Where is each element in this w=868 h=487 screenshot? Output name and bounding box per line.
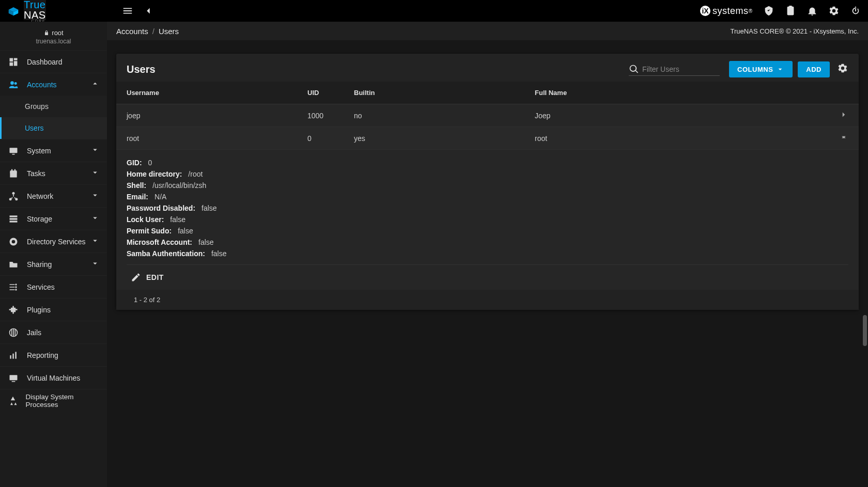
chevron-down-icon (90, 191, 100, 201)
chevron-down-icon (776, 65, 784, 73)
clipboard-icon[interactable] (784, 5, 797, 17)
chevron-down-icon (90, 168, 100, 179)
sidebar-item-storage[interactable]: Storage (0, 207, 107, 230)
sidebar-username: root (52, 29, 63, 37)
col-fullname[interactable]: Full Name (535, 89, 817, 97)
back-icon[interactable] (142, 5, 154, 17)
chevron-down-icon (90, 213, 100, 224)
sidebar-item-virtual-machines[interactable]: Virtual Machines (0, 366, 107, 389)
svg-rect-30 (10, 375, 18, 380)
vm-icon (7, 373, 20, 383)
svg-rect-6 (789, 6, 792, 8)
sidebar-sub-groups[interactable]: Groups (0, 96, 107, 117)
detail-value: false (202, 204, 217, 212)
columns-button[interactable]: Columns (729, 61, 793, 77)
network-icon (7, 191, 20, 201)
directory-icon (7, 237, 20, 247)
svg-rect-20 (10, 221, 18, 222)
search-wrap[interactable] (629, 63, 720, 76)
table-row[interactable]: joep 1000 no Joep (116, 104, 859, 127)
sidebar-item-label: Reporting (27, 351, 58, 359)
settings-icon[interactable] (828, 5, 840, 17)
menu-toggle-icon[interactable] (121, 5, 134, 17)
detail-label: Shell: (127, 181, 146, 190)
table-settings-button[interactable] (837, 62, 848, 76)
ixsystems-logo[interactable]: iX systems ® (699, 5, 752, 17)
sidebar-sub-users[interactable]: Users (0, 117, 107, 139)
notifications-icon[interactable] (806, 5, 818, 17)
col-builtin[interactable]: Builtin (354, 89, 535, 97)
detail-label: Home directory: (127, 170, 182, 178)
chevron-up-icon (90, 79, 100, 90)
detail-value: /root (188, 170, 203, 178)
edit-button[interactable]: EDIT (127, 264, 848, 290)
search-input[interactable] (642, 63, 720, 75)
detail-value: false (178, 227, 193, 235)
accounts-icon (7, 80, 20, 90)
cell-uid: 0 (307, 134, 354, 143)
sidebar-item-label: Network (27, 192, 53, 200)
sidebar-item-label: Sharing (27, 260, 52, 269)
services-icon (7, 282, 20, 292)
sidebar-item-network[interactable]: Network (0, 184, 107, 207)
detail-label: Lock User: (127, 215, 164, 224)
brand-true: True (24, 0, 46, 10)
sidebar-item-label: System (27, 147, 51, 155)
users-card: Users Columns Add (116, 54, 859, 310)
add-button[interactable]: Add (798, 61, 830, 77)
sidebar-item-reporting[interactable]: Reporting (0, 343, 107, 366)
ix-brand-text: systems (712, 6, 749, 17)
svg-rect-9 (10, 148, 18, 153)
search-icon (629, 64, 639, 74)
svg-rect-28 (12, 353, 14, 358)
svg-point-22 (12, 240, 16, 243)
jails-icon (7, 327, 20, 338)
sidebar-hostname: truenas.local (0, 38, 107, 45)
svg-text:iX: iX (702, 7, 709, 15)
expand-row-icon[interactable] (839, 110, 848, 121)
scrollbar-thumb[interactable] (863, 315, 867, 346)
detail-label: Samba Authentication: (127, 249, 205, 258)
processes-icon (7, 396, 19, 406)
sidebar-item-label: Storage (27, 215, 52, 223)
sidebar-item-jails[interactable]: Jails (0, 321, 107, 343)
chevron-down-icon (90, 236, 100, 247)
sidebar-item-tasks[interactable]: Tasks (0, 162, 107, 184)
reporting-icon (7, 350, 20, 360)
sidebar-item-services[interactable]: Services (0, 275, 107, 298)
sidebar-item-label: Accounts (27, 81, 57, 89)
cell-builtin: no (354, 112, 535, 120)
svg-rect-29 (15, 352, 17, 358)
sidebar-item-label: Dashboard (27, 58, 63, 66)
truecommand-icon[interactable] (763, 5, 775, 17)
sidebar-item-label: Jails (27, 328, 41, 337)
gear-icon (837, 62, 848, 74)
sidebar-item-accounts[interactable]: Accounts (0, 73, 107, 96)
sidebar-item-display-processes[interactable]: Display System Processes (0, 389, 107, 412)
breadcrumb-accounts[interactable]: Accounts (116, 27, 148, 36)
power-icon[interactable] (849, 5, 862, 17)
sidebar-item-directory-services[interactable]: Directory Services (0, 230, 107, 253)
collapse-row-icon[interactable] (839, 133, 848, 144)
sidebar-item-sharing[interactable]: Sharing (0, 253, 107, 275)
svg-rect-27 (10, 355, 11, 359)
detail-label: Permit Sudo: (127, 227, 172, 235)
detail-label: Password Disabled: (127, 204, 195, 212)
tasks-icon (7, 168, 20, 179)
svg-rect-10 (12, 153, 15, 154)
sharing-icon (7, 259, 20, 270)
sidebar-item-system[interactable]: System (0, 139, 107, 162)
table-row[interactable]: root 0 yes root (116, 127, 859, 150)
truenas-logo-icon (6, 4, 21, 18)
brand-logo[interactable]: TrueNAS CORE (6, 0, 107, 23)
col-username[interactable]: Username (127, 89, 307, 97)
detail-label: GID: (127, 159, 142, 167)
cell-builtin: yes (354, 134, 535, 143)
svg-point-24 (15, 286, 17, 288)
detail-label: Email: (127, 193, 148, 201)
col-uid[interactable]: UID (307, 89, 354, 97)
detail-value: /usr/local/bin/zsh (152, 181, 206, 190)
sidebar-item-plugins[interactable]: Plugins (0, 298, 107, 321)
sidebar-item-dashboard[interactable]: Dashboard (0, 50, 107, 73)
main-area: Accounts / Users TrueNAS CORE® © 2021 - … (107, 22, 868, 487)
